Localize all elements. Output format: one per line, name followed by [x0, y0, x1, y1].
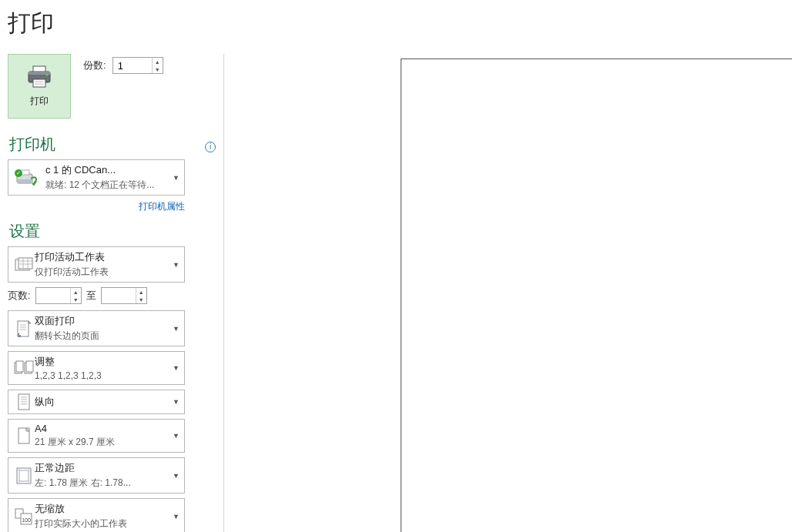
margins-dropdown[interactable]: 正常边距 左: 1.78 厘米 右: 1.78... ▼ [8, 457, 185, 494]
print-what-primary: 打印活动工作表 [35, 250, 180, 264]
page-to-input[interactable] [102, 288, 136, 303]
collate-icon [13, 360, 35, 376]
svg-rect-21 [16, 361, 23, 372]
print-button[interactable]: 打印 [8, 54, 71, 119]
printer-device-icon: ✓ [13, 168, 45, 188]
chevron-down-icon: ▼ [173, 174, 180, 182]
copies-label: 份数: [83, 59, 106, 72]
printer-ready-check-icon: ✓ [15, 169, 22, 177]
print-preview-area [401, 59, 792, 532]
page-from-stepper[interactable]: ▲▼ [35, 287, 82, 304]
margins-primary: 正常边距 [35, 461, 180, 475]
printer-properties-link[interactable]: 打印机属性 [8, 200, 185, 213]
copies-up-icon[interactable]: ▲ [153, 58, 163, 65]
collate-primary: 调整 [35, 355, 180, 369]
svg-rect-11 [18, 258, 32, 269]
print-what-secondary: 仅打印活动工作表 [35, 266, 180, 279]
chevron-up-icon[interactable]: ▲ [136, 288, 146, 296]
paper-size-dropdown[interactable]: A4 21 厘米 x 29.7 厘米 ▼ [8, 419, 185, 453]
chevron-down-icon: ▼ [173, 364, 180, 372]
orientation-dropdown[interactable]: 纵向 ▼ [8, 390, 185, 414]
page-from-input[interactable] [36, 288, 70, 303]
chevron-down-icon: ▼ [173, 513, 180, 520]
copies-stepper[interactable]: ▲ ▼ [112, 57, 163, 74]
chevron-down-icon: ▼ [173, 472, 180, 480]
chevron-down-icon: ▼ [173, 261, 180, 269]
copies-down-icon[interactable]: ▼ [153, 65, 163, 73]
scaling-icon: 100 [13, 508, 35, 525]
orientation-primary: 纵向 [35, 395, 180, 409]
chevron-down-icon: ▼ [173, 398, 180, 406]
margins-secondary: 左: 1.78 厘米 右: 1.78... [35, 477, 180, 490]
svg-rect-23 [26, 361, 33, 372]
pages-label: 页数: [8, 289, 31, 303]
svg-rect-16 [18, 321, 29, 336]
pages-to-label: 至 [86, 289, 96, 303]
sheets-icon [13, 257, 35, 273]
settings-section-title: 设置 [9, 221, 223, 242]
printer-dropdown[interactable]: ✓ c 1 的 CDCan... 就绪: 12 个文档正在等待... ▼ [8, 159, 185, 196]
print-button-label: 打印 [30, 95, 49, 108]
printer-status: 就绪: 12 个文档正在等待... [45, 179, 180, 192]
svg-text:100: 100 [22, 517, 31, 523]
printer-name: c 1 的 CDCan... [45, 163, 180, 177]
printer-info-icon[interactable]: i [205, 142, 216, 152]
duplex-dropdown[interactable]: 双面打印 翻转长边的页面 ▼ [8, 310, 185, 346]
printer-section-title: 打印机 [9, 134, 55, 155]
duplex-primary: 双面打印 [35, 314, 180, 328]
svg-rect-9 [17, 179, 32, 183]
duplex-secondary: 翻转长边的页面 [35, 330, 180, 343]
portrait-icon [13, 393, 35, 410]
page-icon [13, 427, 35, 444]
chevron-up-icon[interactable]: ▲ [71, 288, 81, 296]
svg-point-3 [45, 73, 48, 75]
page-title: 打印 [8, 8, 792, 39]
chevron-down-icon: ▼ [173, 325, 180, 333]
copies-input[interactable] [113, 58, 152, 73]
collate-dropdown[interactable]: 调整 1,2,3 1,2,3 1,2,3 ▼ [8, 351, 185, 385]
svg-rect-4 [33, 79, 45, 87]
collate-secondary: 1,2,3 1,2,3 1,2,3 [35, 370, 180, 381]
printer-icon [26, 65, 52, 89]
margins-icon [13, 467, 35, 484]
scaling-secondary: 打印实际大小的工作表 [35, 517, 180, 530]
print-what-dropdown[interactable]: 打印活动工作表 仅打印活动工作表 ▼ [8, 246, 185, 283]
duplex-icon [13, 320, 35, 338]
chevron-down-icon[interactable]: ▼ [71, 296, 81, 303]
chevron-down-icon[interactable]: ▼ [136, 296, 146, 303]
scaling-dropdown[interactable]: 100 无缩放 打印实际大小的工作表 ▼ [8, 498, 185, 532]
pane-divider [223, 54, 224, 532]
paper-secondary: 21 厘米 x 29.7 厘米 [35, 436, 180, 449]
scaling-primary: 无缩放 [35, 502, 180, 516]
chevron-down-icon: ▼ [173, 432, 180, 440]
page-to-stepper[interactable]: ▲▼ [101, 287, 147, 304]
paper-primary: A4 [35, 423, 180, 434]
